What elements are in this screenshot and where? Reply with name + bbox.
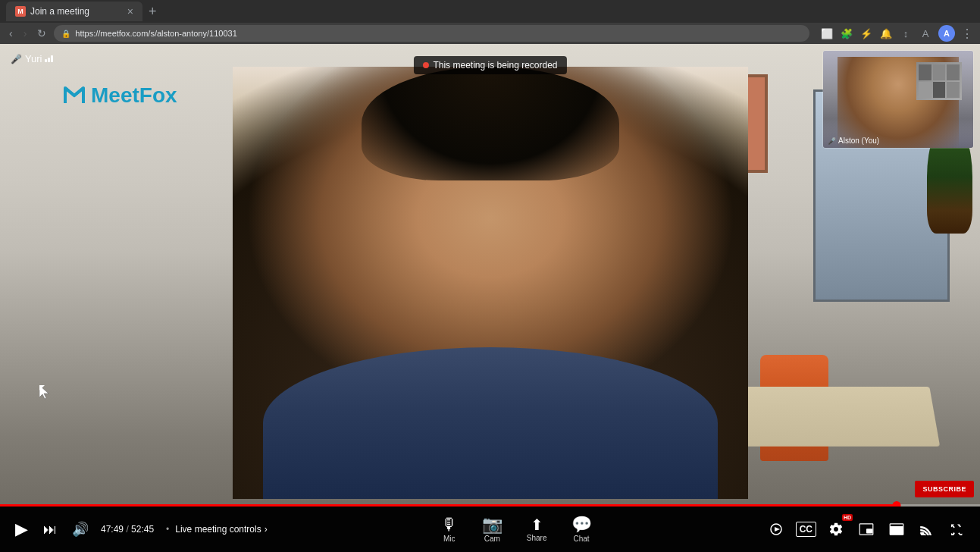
self-view-pip[interactable]: 🎤 Alston (You)	[822, 50, 974, 149]
self-view-label: 🎤 Alston (You)	[828, 136, 879, 145]
total-time: 52:45	[131, 524, 154, 535]
chrome-icon-3[interactable]: ↕	[899, 27, 913, 40]
signal-bar-1	[45, 59, 47, 62]
cam-button[interactable]: 📷 Cam	[482, 516, 503, 543]
translate-icon[interactable]: A	[919, 27, 932, 40]
volume-button[interactable]: 🔊	[69, 518, 92, 541]
settings-button[interactable]	[825, 519, 847, 540]
profile-button[interactable]: A	[938, 25, 955, 42]
theater-mode-button[interactable]	[886, 520, 907, 538]
chrome-icon-1[interactable]: ⚡	[859, 27, 873, 40]
chrome-menu-button[interactable]: ⋮	[961, 27, 974, 41]
mic-icon: 🎙	[441, 516, 458, 533]
svg-rect-5	[890, 526, 903, 535]
miniplayer-button[interactable]	[856, 520, 877, 538]
chat-button[interactable]: 💬 Chat	[571, 516, 592, 543]
recording-text: This meeting is being recorded	[433, 60, 557, 71]
new-tab-button[interactable]: +	[149, 4, 157, 20]
mic-label: Mic	[443, 535, 456, 543]
cam-icon: 📷	[482, 516, 503, 533]
video-container[interactable]: MeetFox 🎤 Yuri This meeting is being rec…	[0, 44, 980, 507]
bullet-separator: •	[166, 524, 169, 535]
svg-rect-3	[866, 528, 872, 533]
signal-bar-2	[48, 58, 50, 62]
mic-icon-speaker: 🎤	[11, 54, 22, 64]
main-video-person	[233, 67, 748, 499]
signal-bar-3	[51, 55, 53, 62]
self-view-name: Alston (You)	[838, 136, 879, 145]
forward-button[interactable]: ›	[20, 26, 30, 41]
fullscreen-button[interactable]	[947, 520, 968, 538]
current-time: 47:49	[101, 524, 124, 535]
center-controls: 🎙 Mic 📷 Cam ⬆ Share 💬 Chat	[268, 516, 766, 543]
clothing-simulation	[263, 347, 718, 499]
extensions-icon[interactable]: 🧩	[840, 27, 853, 40]
cast-button[interactable]	[916, 520, 938, 538]
live-controls-label[interactable]: • Live meeting controls ›	[163, 524, 268, 535]
tab-bar: M Join a meeting × +	[0, 0, 980, 23]
end-screen-button[interactable]	[766, 520, 787, 538]
hair-simulation	[362, 67, 619, 180]
controls-bar: ▶ ⏭ 🔊 47:49 / 52:45 • Live meeting contr…	[0, 507, 980, 552]
svg-rect-6	[921, 532, 924, 535]
right-controls: CC	[766, 519, 968, 540]
live-meeting-text: Live meeting controls	[175, 524, 261, 535]
browser-chrome: M Join a meeting × + ‹ › ↻ 🔒 https://mee…	[0, 0, 980, 44]
meetfox-logo-text: MeetFox	[91, 83, 177, 108]
meetfox-logo: MeetFox	[61, 82, 177, 109]
subscribe-button[interactable]: SUBSCRIBE	[915, 481, 974, 497]
chrome-icon-2[interactable]: 🔔	[879, 27, 893, 40]
chat-label: Chat	[573, 535, 589, 543]
share-label: Share	[527, 534, 547, 542]
play-pause-button[interactable]: ▶	[12, 516, 31, 542]
browser-controls: ‹ › ↻ 🔒 https://meetfox.com/s/alston-ant…	[0, 23, 980, 44]
address-bar[interactable]: 🔒 https://meetfox.com/s/alston-antony/11…	[54, 25, 809, 42]
time-display: 47:49 / 52:45	[101, 524, 154, 535]
recording-badge: This meeting is being recorded	[413, 56, 566, 74]
self-mic-icon: 🎤	[828, 137, 836, 145]
mic-button[interactable]: 🎙 Mic	[441, 516, 458, 543]
cam-label: Cam	[484, 535, 500, 543]
back-button[interactable]: ‹	[6, 26, 16, 41]
lock-icon: 🔒	[61, 30, 70, 38]
refresh-button[interactable]: ↻	[34, 26, 49, 41]
pip-wall-art	[916, 62, 962, 100]
share-button[interactable]: ⬆ Share	[527, 517, 547, 542]
speaker-name: Yuri	[25, 53, 42, 64]
captions-button[interactable]: CC	[796, 522, 816, 537]
skip-button[interactable]: ⏭	[40, 519, 60, 541]
subscribe-label: SUBSCRIBE	[922, 485, 966, 493]
progress-indicator	[893, 501, 901, 507]
tab-favicon: M	[15, 6, 26, 17]
left-controls: ▶ ⏭ 🔊 47:49 / 52:45 • Live meeting contr…	[12, 516, 268, 542]
browser-right-controls: ⬜ 🧩 ⚡ 🔔 ↕ A A ⋮	[820, 25, 974, 42]
signal-bars	[45, 55, 53, 62]
tab-title: Join a meeting	[30, 6, 89, 17]
tab-close-button[interactable]: ×	[127, 5, 133, 17]
cast-browser-icon[interactable]: ⬜	[820, 27, 834, 40]
chat-icon: 💬	[571, 516, 592, 533]
url-text: https://meetfox.com/s/alston-antony/1100…	[75, 29, 236, 38]
recording-dot	[422, 62, 428, 68]
active-tab[interactable]: M Join a meeting ×	[6, 2, 142, 21]
share-icon: ⬆	[531, 517, 543, 532]
svg-marker-1	[775, 527, 780, 532]
speaker-badge: 🎤 Yuri	[11, 53, 53, 64]
meetfox-logo-icon	[61, 82, 88, 109]
video-wrapper: MeetFox 🎤 Yuri This meeting is being rec…	[0, 44, 980, 552]
